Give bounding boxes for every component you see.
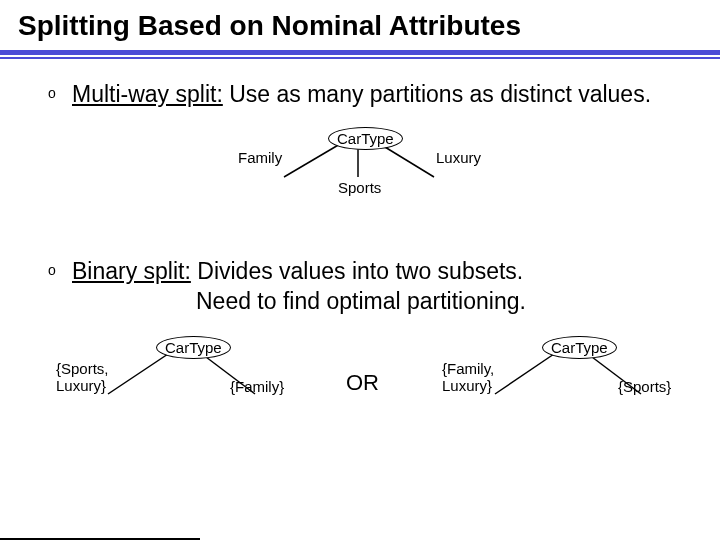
bullet-marker: o: [48, 256, 72, 284]
bullet-1-underline: Multi-way split:: [72, 81, 223, 107]
bullet-1: o Multi-way split: Use as many partition…: [48, 79, 690, 109]
label-right-right: {Sports}: [618, 378, 671, 395]
bullet-2-rest: Divides values into two subsets.: [191, 258, 523, 284]
bullet-2-underline: Binary split:: [72, 258, 191, 284]
bullet-2-text: Binary split: Divides values into two su…: [72, 256, 526, 316]
diagram-binary: CarType {Sports, Luxury} {Family} OR Car…: [48, 330, 690, 450]
divider-thick: [0, 50, 720, 55]
svg-line-2: [380, 144, 434, 177]
bullet-2-line2: Need to find optimal partitioning.: [72, 286, 526, 316]
svg-line-3: [108, 354, 168, 394]
label-family: Family: [238, 149, 282, 166]
svg-line-0: [284, 144, 340, 177]
page-title: Splitting Based on Nominal Attributes: [0, 0, 720, 50]
node-cartype: CarType: [328, 127, 403, 150]
label-left-right: {Family}: [230, 378, 284, 395]
label-sports: Sports: [338, 179, 381, 196]
diagram-multiway: CarType Family Sports Luxury: [48, 119, 690, 214]
label-luxury: Luxury: [436, 149, 481, 166]
label-right-left: {Family, Luxury}: [442, 360, 494, 394]
bullet-marker: o: [48, 79, 72, 107]
label-left-left: {Sports, Luxury}: [56, 360, 109, 394]
node-cartype-left: CarType: [156, 336, 231, 359]
label-or: OR: [346, 370, 379, 396]
bullet-1-rest: Use as many partitions as distinct value…: [223, 81, 651, 107]
svg-line-5: [495, 354, 554, 394]
content-area: o Multi-way split: Use as many partition…: [0, 59, 720, 450]
node-cartype-right: CarType: [542, 336, 617, 359]
bullet-2: o Binary split: Divides values into two …: [48, 256, 690, 316]
bullet-1-text: Multi-way split: Use as many partitions …: [72, 79, 651, 109]
